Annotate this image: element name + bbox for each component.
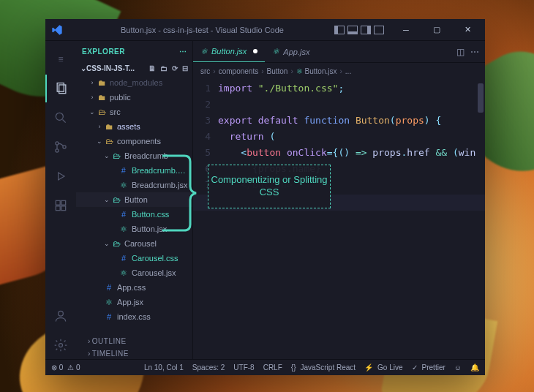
layout-right-icon[interactable]: [361, 26, 371, 34]
svg-rect-0: [57, 83, 64, 92]
react-icon: ⚛: [272, 47, 279, 56]
status-golive[interactable]: ⚡Go Live: [364, 363, 402, 372]
svg-rect-1: [59, 85, 66, 94]
status-errors[interactable]: ⊗ 0: [51, 363, 63, 372]
close-button[interactable]: ✕: [453, 20, 482, 40]
svg-point-2: [56, 113, 63, 120]
svg-rect-11: [61, 200, 66, 205]
breadcrumb-item[interactable]: Button: [267, 67, 288, 75]
split-editor-icon[interactable]: ◫: [456, 47, 465, 57]
account-icon[interactable]: [45, 302, 76, 330]
status-warnings[interactable]: ⚠ 0: [67, 363, 80, 372]
status-encoding[interactable]: UTF-8: [233, 363, 254, 372]
modified-dot-icon: [253, 49, 257, 53]
status-bar: ⊗ 0 ⚠ 0 Ln 10, Col 1 Spaces: 2 UTF-8 CRL…: [45, 359, 485, 375]
sidebar-header: EXPLORER ⋯: [76, 41, 192, 61]
status-eol[interactable]: CRLF: [263, 363, 282, 372]
more-icon[interactable]: ⋯: [179, 48, 187, 56]
project-row[interactable]: ⌄ CSS-IN-JS-T... 🗎 🗀 ⟳ ⊟: [76, 61, 192, 75]
window-title: Button.jsx - css-in-js-test - Visual Stu…: [70, 26, 334, 34]
status-language[interactable]: {}JavaScript React: [291, 363, 356, 372]
svg-rect-8: [56, 200, 60, 205]
tree-item[interactable]: ›🖿assets: [76, 119, 192, 134]
editor-tabs: ⚛ Button.jsx ⚛ App.jsx ◫ ⋯: [193, 41, 485, 63]
bracket-annotation: [162, 153, 198, 233]
scroll-thumb[interactable]: [478, 83, 484, 113]
sidebar-title: EXPLORER: [82, 48, 125, 56]
tree-item[interactable]: #index.css: [76, 309, 192, 324]
menu-icon[interactable]: ≡: [45, 45, 76, 73]
new-folder-icon[interactable]: 🗀: [160, 64, 168, 72]
callout: Componentizing or Splitting CSS: [208, 165, 331, 208]
breadcrumb-item[interactable]: ⚛ Button.jsx: [296, 67, 337, 75]
svg-marker-7: [59, 173, 64, 180]
tree-item[interactable]: ⚛Carousel.jsx: [76, 265, 192, 280]
maximize-button[interactable]: ▢: [422, 20, 451, 40]
project-name: CSS-IN-JS-T...: [86, 64, 135, 72]
svg-rect-9: [56, 206, 60, 211]
status-feedback-icon[interactable]: ☺: [454, 363, 462, 372]
tree-item[interactable]: ⌄🗁Carousel: [76, 236, 192, 251]
layout-bottom-icon[interactable]: [347, 26, 358, 34]
tree-item[interactable]: ⌄🗁src: [76, 105, 192, 119]
layout-icons[interactable]: [334, 26, 384, 34]
titlebar-right: ─ ▢ ✕: [334, 20, 482, 40]
tree-item[interactable]: ›🖿node_modules: [76, 75, 192, 90]
svg-line-3: [63, 120, 66, 123]
svg-point-13: [59, 344, 63, 347]
collapse-icon[interactable]: ⊟: [182, 64, 188, 72]
svg-point-4: [56, 142, 59, 145]
code-area[interactable]: 12345671 import "./Button.css"; export d…: [193, 79, 485, 359]
refresh-icon[interactable]: ⟳: [172, 64, 178, 72]
breadcrumb-item[interactable]: src: [200, 67, 210, 75]
layout-left-icon[interactable]: [334, 26, 345, 34]
status-bell-icon[interactable]: 🔔: [470, 363, 479, 372]
svg-point-5: [56, 149, 59, 152]
tree-item[interactable]: ⚛App.jsx: [76, 295, 192, 309]
search-icon[interactable]: [45, 104, 76, 132]
activity-bar: ≡: [45, 41, 76, 359]
source-control-icon[interactable]: [45, 133, 76, 161]
breadcrumbs[interactable]: src›components›Button›⚛ Button.jsx›...: [193, 63, 485, 79]
tree-item[interactable]: #Carousel.css: [76, 251, 192, 265]
outline-section[interactable]: ›OUTLINE: [76, 334, 192, 347]
code-content[interactable]: import "./Button.css"; export default fu…: [218, 79, 485, 359]
status-spaces[interactable]: Spaces: 2: [192, 363, 225, 372]
breadcrumb-item[interactable]: components: [219, 67, 258, 75]
status-ln-col[interactable]: Ln 10, Col 1: [144, 363, 184, 372]
extensions-icon[interactable]: [45, 192, 76, 219]
tab-button-jsx[interactable]: ⚛ Button.jsx: [193, 41, 265, 62]
explorer-icon[interactable]: [45, 75, 76, 102]
tree-item[interactable]: #App.css: [76, 280, 192, 295]
tab-app-jsx[interactable]: ⚛ App.jsx: [265, 41, 317, 62]
tree-item[interactable]: ›🖿public: [76, 90, 192, 105]
layout-grid-icon[interactable]: [374, 26, 384, 34]
svg-rect-10: [61, 206, 66, 211]
debug-icon[interactable]: [45, 162, 76, 190]
tab-more-icon[interactable]: ⋯: [470, 47, 479, 57]
settings-gear-icon[interactable]: [45, 331, 76, 359]
vscode-logo-icon: [51, 24, 63, 36]
status-prettier[interactable]: ✓Prettier: [412, 363, 445, 372]
svg-point-12: [59, 311, 64, 316]
timeline-section[interactable]: ›TIMELINE: [76, 347, 192, 359]
react-icon: ⚛: [200, 47, 208, 56]
breadcrumb-item[interactable]: ...: [345, 67, 351, 75]
minimize-button[interactable]: ─: [391, 20, 421, 40]
new-file-icon[interactable]: 🗎: [148, 64, 156, 72]
titlebar: Button.jsx - css-in-js-test - Visual Stu…: [45, 19, 485, 41]
vertical-scrollbar[interactable]: [476, 79, 485, 359]
tree-item[interactable]: ⌄🗁components: [76, 134, 192, 148]
svg-point-6: [63, 146, 66, 148]
